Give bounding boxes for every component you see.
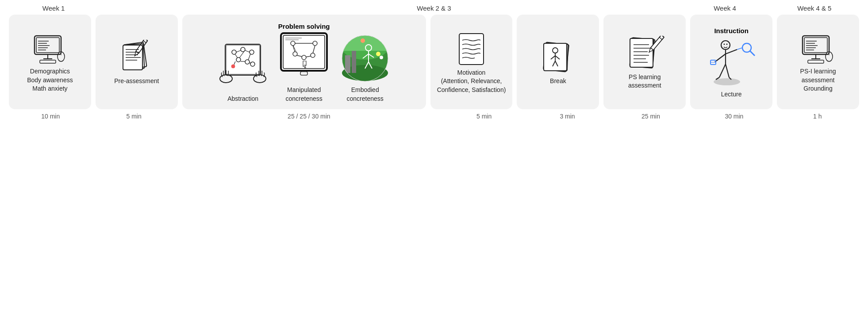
card-demographics: DemographicsBody awarenessMath anxiety (9, 15, 91, 109)
embodied-vr-icon (338, 31, 392, 84)
main-container: Week 1 Week 2 & 3 Week 4 Week 4 & 5 (0, 0, 868, 124)
motivation-label: Motivation(Attention, Relevance,Confiden… (437, 69, 506, 95)
svg-rect-64 (345, 55, 350, 73)
ps-learning-icon-area (608, 36, 681, 71)
time-labels-row: 10 min 5 min 25 / 25 / 30 min 5 min 3 mi… (9, 113, 859, 120)
card-problem-solving: Problem solving (182, 15, 426, 109)
papers-pencil-icon (118, 40, 155, 75)
card-ps-learning: PS learningassessment (603, 15, 686, 109)
instruction-title: Instruction (714, 27, 749, 34)
manipulated-worksheet-icon (277, 31, 330, 84)
time-label-break: 3 min (526, 113, 609, 120)
week-label-1: Week 1 (9, 4, 98, 12)
psi-learning-icon-area (781, 32, 855, 65)
svg-rect-115 (804, 38, 827, 53)
ps-item-manipulated: Manipulatedconcreteness (277, 31, 330, 103)
ps-learning-label: PS learningassessment (628, 73, 661, 90)
svg-line-105 (719, 64, 726, 77)
break-icon-area (521, 40, 595, 75)
problem-solving-content: Abstraction (187, 31, 422, 103)
svg-rect-23 (225, 44, 261, 75)
card-psi-learning: PS-I learningassessmentGrounding (777, 15, 859, 109)
svg-rect-65 (352, 51, 356, 73)
week-labels-row: Week 1 Week 2 & 3 Week 4 Week 4 & 5 (9, 4, 859, 12)
pre-assessment-icon-area (100, 40, 173, 75)
time-label-psi-learning: 1 h (776, 113, 859, 120)
svg-point-100 (724, 43, 725, 45)
computer2-icon (798, 32, 838, 65)
svg-rect-43 (281, 33, 327, 71)
demographics-label: DemographicsBody awarenessMath anxiety (27, 67, 73, 93)
svg-point-73 (380, 56, 383, 59)
svg-rect-63 (342, 35, 388, 51)
svg-rect-0 (35, 36, 61, 54)
break-icon (539, 40, 577, 75)
svg-rect-58 (300, 72, 307, 75)
motivation-icon-area (435, 31, 508, 67)
svg-point-99 (721, 41, 730, 50)
svg-rect-114 (803, 36, 829, 54)
svg-line-104 (726, 50, 737, 54)
computer-icon (30, 32, 70, 65)
svg-rect-1 (36, 38, 59, 53)
svg-line-110 (750, 51, 755, 56)
svg-line-111 (737, 48, 742, 50)
abstraction-worksheet-icon (216, 40, 269, 93)
ps-item-abstraction: Abstraction (216, 40, 269, 103)
week-label-4: Week 4 (680, 4, 769, 12)
svg-point-98 (714, 78, 740, 85)
week-label-23: Week 2 & 3 (188, 4, 680, 12)
svg-line-106 (726, 64, 729, 77)
time-label-problem-solving: 25 / 25 / 30 min (176, 113, 442, 120)
pre-assessment-label: Pre-assessment (114, 77, 159, 86)
card-instruction: Instruction (690, 15, 772, 109)
svg-rect-22 (143, 40, 148, 43)
svg-point-101 (726, 43, 728, 45)
manipulated-label: Manipulatedconcreteness (286, 86, 323, 103)
embodied-icon (338, 31, 392, 84)
svg-rect-123 (808, 60, 824, 63)
motivation-icon (453, 31, 490, 67)
abstraction-icon (216, 40, 269, 93)
card-motivation: Motivation(Attention, Relevance,Confiden… (430, 15, 513, 109)
embodied-label: Embodiedconcreteness (347, 86, 384, 103)
svg-point-72 (376, 52, 380, 56)
lecture-label: Lecture (721, 90, 742, 99)
card-pre-assessment: Pre-assessment (96, 15, 178, 109)
svg-rect-88 (630, 38, 653, 67)
time-label-ps-learning: 25 min (609, 113, 692, 120)
card-break: Break (517, 15, 599, 109)
time-label-demographics: 10 min (9, 113, 92, 120)
manipulated-icon (277, 31, 330, 84)
ps-item-embodied: Embodiedconcreteness (338, 31, 392, 103)
time-label-pre-assessment: 5 min (92, 113, 175, 120)
demographics-icon-area (13, 32, 87, 65)
svg-point-74 (361, 38, 365, 43)
time-label-motivation: 5 min (442, 113, 526, 120)
abstraction-label: Abstraction (227, 95, 258, 103)
svg-point-30 (231, 65, 235, 68)
week-label-45: Week 4 & 5 (770, 4, 859, 12)
psi-learning-label: PS-I learningassessmentGrounding (800, 67, 836, 93)
week-label-blank (98, 4, 188, 12)
svg-line-103 (715, 54, 726, 62)
lecture-stick-figure-icon (703, 35, 760, 88)
time-label-instruction: 30 min (692, 113, 776, 120)
break-label: Break (550, 77, 566, 86)
problem-solving-title: Problem solving (278, 23, 330, 30)
cards-row: DemographicsBody awarenessMath anxiety (9, 15, 859, 109)
svg-rect-9 (40, 60, 56, 63)
instruction-icon-area (695, 35, 768, 88)
ps-learning-icon (625, 36, 664, 71)
